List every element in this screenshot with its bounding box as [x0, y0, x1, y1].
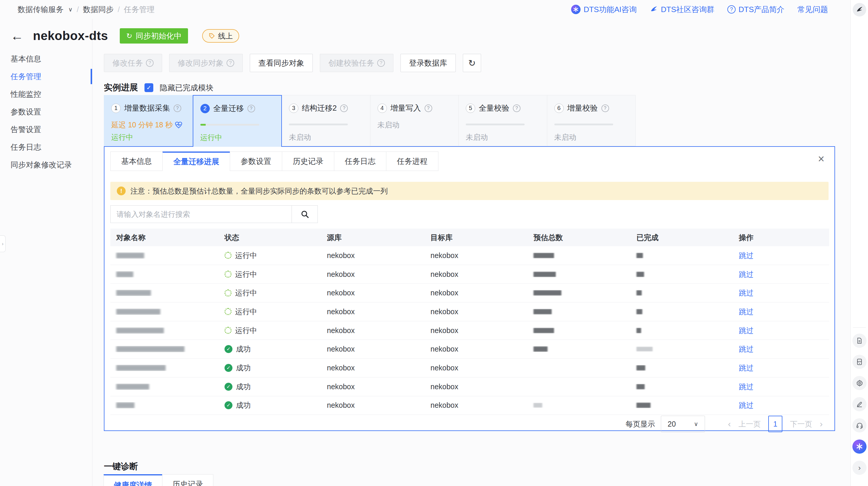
redacted-object-name — [116, 365, 166, 371]
chevron-down-icon[interactable]: ∨ — [68, 6, 73, 13]
skip-link[interactable]: 跳过 — [739, 307, 753, 317]
next-page-button[interactable]: 下一页 — [790, 419, 812, 429]
settings-button[interactable] — [852, 376, 867, 390]
skip-link[interactable]: 跳过 — [739, 400, 753, 410]
login-database-button[interactable]: 登录数据库 — [400, 54, 456, 72]
tab-diagnosis-history[interactable]: 历史记录 — [162, 474, 213, 486]
step-full-check[interactable]: 5全量校验? 未启动 — [459, 95, 547, 146]
skip-link[interactable]: 跳过 — [739, 288, 753, 298]
redacted-value — [637, 253, 643, 258]
skip-link[interactable]: 跳过 — [739, 326, 753, 335]
redacted-value — [637, 347, 653, 352]
skip-link[interactable]: 跳过 — [739, 251, 753, 260]
step-label: 结构迁移2 — [302, 103, 337, 113]
skip-link[interactable]: 跳过 — [739, 344, 753, 354]
tab-task-process[interactable]: 任务进程 — [386, 152, 438, 171]
breadcrumb-current: 任务管理 — [124, 4, 154, 15]
app-button[interactable]: APP — [852, 355, 867, 369]
refresh-button[interactable]: ↻ — [463, 54, 481, 72]
help-icon: ? — [377, 59, 385, 67]
search-input[interactable] — [111, 206, 291, 223]
breadcrumb-separator: / — [118, 5, 120, 14]
sidebar-item-task-logs[interactable]: 任务日志 — [0, 138, 92, 156]
table-body: 运行中 nekobox nekobox 跳过 运行中 nekobox nekob… — [110, 246, 829, 415]
skip-link[interactable]: 跳过 — [739, 382, 753, 392]
step-status: 未启动 — [466, 132, 488, 142]
sidebar-item-alarms[interactable]: 告警设置 — [0, 121, 92, 138]
help-icon: ? — [513, 104, 521, 112]
sidebar-item-label: 性能监控 — [10, 89, 41, 99]
page-header: ← nekobox-dts ↻ 同步初始化中 线上 — [9, 26, 239, 46]
redacted-value — [533, 253, 554, 258]
link-dts-intro[interactable]: ? DTS产品简介 — [727, 4, 784, 15]
skip-link[interactable]: 跳过 — [739, 363, 753, 373]
page-size-select[interactable]: 20 ∨ — [661, 416, 705, 432]
current-page-button[interactable]: 1 — [768, 416, 782, 432]
redacted-value — [637, 328, 641, 333]
redacted-value — [533, 271, 556, 277]
avatar-logo-icon — [856, 6, 863, 13]
col-actions: 操作 — [733, 233, 829, 242]
step-incremental-check[interactable]: 6增量校验? 未启动 — [547, 95, 636, 146]
step-label: 增量数据采集 — [124, 103, 170, 113]
tab-basic-info[interactable]: 基本信息 — [110, 152, 163, 171]
button-label: 登录数据库 — [409, 58, 447, 68]
hide-completed-checkbox[interactable]: ✓ — [145, 83, 153, 92]
tab-full-migration-progress[interactable]: 全量迁移进展 — [162, 152, 230, 171]
support-button[interactable] — [852, 418, 867, 432]
feedback-button[interactable] — [852, 397, 867, 411]
close-icon[interactable]: × — [818, 153, 825, 164]
step-number: 2 — [200, 104, 210, 113]
running-spinner-icon — [224, 252, 231, 259]
notice-banner: ! 注意：预估总数是预估计总数量，全量同步实际同步的条数可以参考已完成一列 — [110, 182, 829, 200]
step-incremental-collect[interactable]: 1增量数据采集? 延迟 10 分钟 18 秒 运行中 — [104, 95, 193, 146]
step-incremental-write[interactable]: 4增量写入? 未启动 — [370, 95, 459, 146]
step-full-migration[interactable]: 2全量迁移? 运行中 — [193, 95, 282, 147]
step-number: 6 — [554, 103, 564, 113]
question-circle-icon: ? — [727, 5, 736, 13]
link-dts-community[interactable]: DTS社区咨询群 — [650, 4, 714, 15]
sidebar-item-parameters[interactable]: 参数设置 — [0, 103, 92, 121]
checkbox-label: 隐藏已完成模块 — [160, 83, 213, 93]
table-row: 运行中 nekobox nekobox 跳过 — [110, 321, 829, 340]
success-check-icon: ✓ — [224, 383, 232, 391]
breadcrumb-sync[interactable]: 数据同步 — [83, 4, 114, 15]
prev-page-arrow[interactable]: ‹ — [728, 419, 731, 429]
ai-star-icon — [856, 443, 863, 450]
tab-task-logs[interactable]: 任务日志 — [334, 152, 386, 171]
sidebar-item-label: 任务日志 — [10, 142, 41, 152]
tab-parameters[interactable]: 参数设置 — [230, 152, 282, 171]
modify-sync-object-button[interactable]: 修改同步对象? — [169, 54, 243, 72]
modify-task-button[interactable]: 修改任务? — [104, 54, 162, 72]
left-panel-expand-handle[interactable]: › — [0, 235, 6, 252]
sidebar-item-sync-object-history[interactable]: 同步对象修改记录 — [0, 156, 92, 173]
link-dts-ai[interactable]: DTS功能AI咨询 — [571, 4, 637, 15]
refresh-icon: ↻ — [126, 32, 132, 40]
next-page-arrow[interactable]: › — [820, 419, 823, 429]
diagnosis-title: 一键诊断 — [104, 461, 138, 473]
link-faq[interactable]: 常见问题 — [797, 4, 828, 15]
collapse-rail-button[interactable]: › — [852, 461, 867, 475]
sidebar-item-performance[interactable]: 性能监控 — [0, 85, 92, 103]
avatar[interactable] — [853, 3, 866, 17]
redacted-value — [637, 271, 644, 277]
ai-assistant-button[interactable] — [852, 440, 867, 454]
create-check-task-button[interactable]: 创建校验任务? — [320, 54, 393, 72]
step-number: 3 — [289, 103, 298, 113]
table-row: 运行中 nekobox nekobox 跳过 — [110, 265, 829, 284]
tab-history[interactable]: 历史记录 — [282, 152, 334, 171]
search-button[interactable] — [291, 206, 317, 223]
document-button[interactable] — [852, 334, 867, 348]
view-sync-object-button[interactable]: 查看同步对象 — [250, 54, 313, 72]
table-row: ✓成功 nekobox nekobox 跳过 — [110, 396, 829, 415]
prev-page-button[interactable]: 上一页 — [739, 419, 761, 429]
back-arrow-icon[interactable]: ← — [9, 29, 25, 43]
step-structure-migration[interactable]: 3结构迁移2? 未启动 — [282, 95, 370, 146]
sidebar-item-basic-info[interactable]: 基本信息 — [0, 50, 92, 68]
tab-health-detail[interactable]: 健康度详情 — [103, 474, 162, 486]
sidebar-item-task-management[interactable]: 任务管理 — [0, 68, 92, 85]
breadcrumb-service[interactable]: 数据传输服务 — [18, 4, 64, 15]
headset-icon — [856, 422, 863, 429]
expand-icon: › — [2, 241, 3, 247]
skip-link[interactable]: 跳过 — [739, 269, 753, 279]
